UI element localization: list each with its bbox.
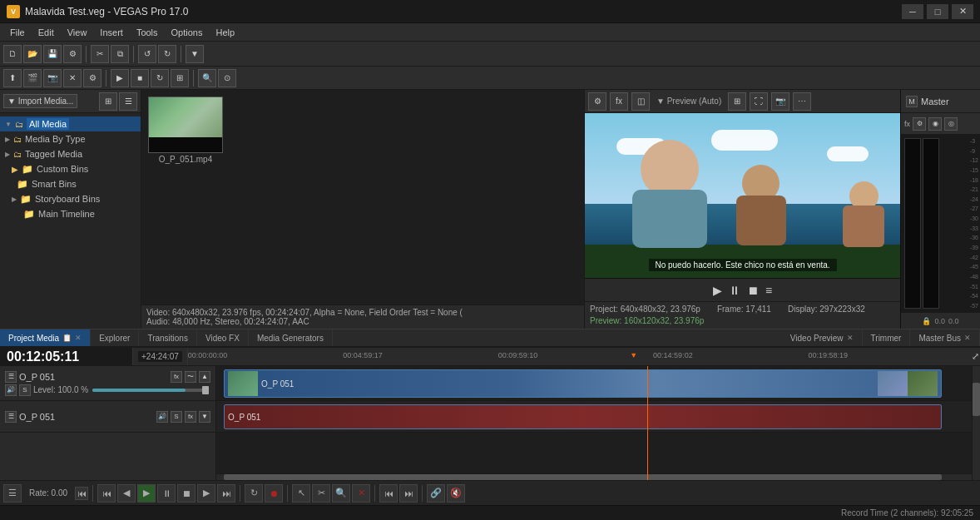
tree-item-smart-bins[interactable]: 📁 Smart Bins [0,176,141,191]
preview-zoom-btn[interactable]: ⊞ [728,92,746,111]
play-btn[interactable]: ▶ [111,69,129,87]
tab-transitions[interactable]: Transitions [139,329,197,346]
tree-item-media-by-type[interactable]: ▶ 🗂 Media By Type [0,131,141,146]
master-cc-btn[interactable]: ◉ [928,117,942,131]
copy-button[interactable]: ⧉ [111,45,129,63]
view-type-button[interactable]: ⊞ [99,92,117,111]
bc-next-frame[interactable]: ▶ [197,484,215,503]
track-1-lane[interactable]: O_P 051 [216,366,972,401]
bc-snap-btn[interactable]: 🔗 [427,484,445,503]
menu-tools[interactable]: Tools [130,26,165,39]
timeline-scrollbar[interactable] [216,473,972,480]
track-1-fx-btn[interactable]: fx [171,371,182,383]
track-1-menu[interactable]: ☰ [5,371,17,383]
preview-fx-btn[interactable]: fx [610,92,628,111]
bc-record-btn[interactable]: ⏺ [265,484,283,503]
menu-file[interactable]: File [3,26,32,39]
tree-item-tagged-media[interactable]: ▶ 🗂 Tagged Media [0,146,141,161]
bc-go-start[interactable]: ⏮ [97,484,116,503]
preview-full-btn[interactable]: ⛶ [750,92,768,111]
tab-explorer[interactable]: Explorer [91,329,139,346]
tab-media-generators[interactable]: Media Generators [249,329,333,346]
new-project-button[interactable]: 🗋 [3,45,22,63]
save-button[interactable]: 💾 [43,45,62,63]
bc-prev-frame[interactable]: ◀ [117,484,136,503]
preview-more-btn[interactable]: ⋯ [793,92,811,111]
bc-zoom-tool[interactable]: 🔍 [332,484,350,503]
track-1-env-btn[interactable]: 〜 [185,371,196,383]
stop-btn[interactable]: ■ [131,69,149,87]
tab-trimmer[interactable]: Trimmer [863,329,911,346]
bc-go-end[interactable]: ⏭ [217,484,235,503]
timeline-scroll-thumb[interactable] [224,474,942,480]
track-2-menu[interactable]: ☰ [5,411,17,423]
tree-item-custom-bins[interactable]: ▶ 📁 Custom Bins [0,161,141,176]
bc-select-tool[interactable]: ↖ [292,484,310,503]
bc-play-btn[interactable]: ▶ [137,484,156,503]
tab-close-master[interactable]: ✕ [964,334,971,342]
tab-master-bus[interactable]: Master Bus ✕ [910,329,980,346]
bc-delete-btn[interactable]: ✕ [352,484,370,503]
menu-help[interactable]: Help [209,26,241,39]
loop-btn[interactable]: ↻ [151,69,169,87]
redo-button[interactable]: ↻ [158,45,176,63]
audio-clip-1[interactable]: O_P 051 [224,404,942,429]
view-modes-btn[interactable]: ⊞ [171,69,189,87]
menu-insert[interactable]: Insert [93,26,130,39]
menu-view[interactable]: View [61,26,94,39]
menu-options[interactable]: Options [165,26,210,39]
timeline-vscroll-thumb[interactable] [973,383,980,416]
bc-mute-btn[interactable]: 🔇 [447,484,465,503]
import-media-dropdown[interactable]: ▼ Import Media... [3,94,77,108]
bc-slow-btn[interactable]: ⏮ [75,487,88,500]
track-2-env-btn[interactable]: ▼ [199,411,210,423]
track-move-up[interactable]: ▲ [199,371,210,383]
menu-edit[interactable]: Edit [32,26,61,39]
track-2-mute[interactable]: 🔊 [156,411,168,423]
bc-prev-marker[interactable]: ⏮ [379,484,398,503]
filter-button[interactable]: ☰ [119,92,137,111]
bc-stop-btn[interactable]: ⏹ [177,484,196,503]
zoom-reset-btn[interactable]: ⊙ [218,69,236,87]
tree-item-storyboard-bins[interactable]: ▶ 📁 Storyboard Bins [0,191,141,206]
properties-button[interactable]: ⚙ [63,45,82,63]
cut-button[interactable]: ✂ [91,45,109,63]
track-2-fx-btn[interactable]: fx [185,411,196,423]
preview-mode-dropdown[interactable]: ▼ Preview (Auto) [653,97,725,106]
preview-play-btn[interactable]: ▶ [713,284,722,297]
tab-close-preview[interactable]: ✕ [847,334,854,342]
track-1-mute[interactable]: 🔊 [5,384,17,396]
settings-btn2[interactable]: ⚙ [83,69,101,87]
video-clip-1[interactable]: O_P 051 [224,369,942,398]
track-1-level-slider[interactable] [92,389,209,392]
maximize-button[interactable]: □ [927,4,948,19]
import-media-btn[interactable]: ⬆ [3,69,22,87]
bc-next-marker[interactable]: ⏭ [399,484,418,503]
bc-menu-btn[interactable]: ☰ [3,484,22,503]
minimize-button[interactable]: ─ [902,4,923,19]
open-button[interactable]: 📂 [23,45,42,63]
track-2-lane[interactable]: O_P 051 [216,401,972,433]
timeline-expand-btn[interactable]: ⤢ [972,351,980,362]
preview-stop-btn[interactable]: ⏹ [747,284,759,297]
close-media-btn[interactable]: ✕ [63,69,82,87]
timeline-ruler[interactable]: 00:00:00:00 00:04:59:17 00:09:59:10 ▼ 00… [188,348,963,365]
slider-thumb[interactable] [202,386,209,394]
tree-item-all-media[interactable]: ▼ 🗂 All Media [0,116,141,131]
bc-split-tool[interactable]: ✂ [312,484,330,503]
media-thumb-item[interactable]: O_P_051.mp4 [148,97,223,164]
preview-snap-btn[interactable]: 📷 [771,92,789,111]
preview-menu-btn[interactable]: ≡ [765,284,772,297]
zoom-btn[interactable]: 🔍 [198,69,216,87]
tab-close-project[interactable]: ✕ [75,334,82,342]
master-vol-btn[interactable]: ◎ [944,117,958,131]
project-media-btn[interactable]: 🎬 [23,69,42,87]
master-fx-btn[interactable]: ⚙ [913,117,926,131]
track-2-solo[interactable]: S [171,411,182,423]
timeline-vscroll[interactable] [972,366,980,480]
tab-preview-label[interactable]: Video Preview ✕ [782,329,863,346]
bc-pause-btn[interactable]: ⏸ [157,484,176,503]
bc-loop-btn[interactable]: ↻ [245,484,263,503]
track-1-solo[interactable]: S [19,384,31,396]
preview-split-btn[interactable]: ◫ [631,92,650,111]
